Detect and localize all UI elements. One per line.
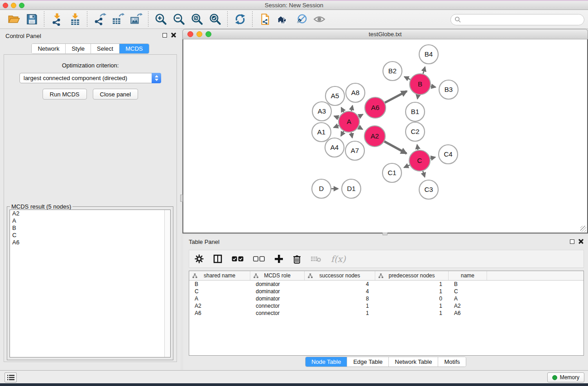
zoom-selected-button[interactable] (206, 11, 224, 28)
table-cell[interactable]: C (189, 288, 250, 295)
graph-edge[interactable] (341, 107, 344, 112)
graph-node[interactable]: B1 (406, 102, 425, 121)
result-item[interactable]: A2 (10, 210, 170, 217)
column-header[interactable]: predecessor nodes (375, 271, 449, 280)
table-cell[interactable]: A6 (189, 310, 250, 316)
column-header[interactable]: name (449, 271, 487, 280)
graph-node[interactable]: C4 (439, 145, 458, 164)
table-cell[interactable]: 1 (375, 303, 449, 309)
home-button[interactable] (274, 11, 292, 28)
import-table-button[interactable] (66, 11, 84, 28)
zoom-in-button[interactable] (152, 11, 170, 28)
graph-node[interactable]: B (410, 74, 430, 95)
search-input[interactable] (450, 14, 584, 25)
tab-node-table[interactable]: Node Table (306, 357, 347, 367)
table-row[interactable]: A2connector11A2 (189, 302, 583, 310)
graph-node[interactable]: C (409, 150, 430, 171)
graph-edge[interactable] (351, 133, 352, 138)
tab-motifs[interactable]: Motifs (438, 357, 466, 367)
refresh-button[interactable] (231, 11, 249, 28)
import-network-button[interactable] (48, 11, 66, 28)
delete-icon[interactable] (293, 254, 301, 264)
table-cell[interactable]: B (449, 281, 487, 287)
graph-edge[interactable] (334, 116, 339, 118)
hide-graphics-button[interactable] (292, 11, 310, 28)
table-row[interactable]: Adominator80A (189, 295, 583, 302)
graph-node[interactable]: A7 (345, 141, 364, 160)
result-item[interactable]: A6 (10, 239, 170, 246)
graph-edge[interactable] (384, 141, 406, 153)
graph-node[interactable]: B3 (439, 80, 458, 99)
graph-edge[interactable] (430, 157, 435, 158)
graph-node[interactable]: B2 (383, 62, 402, 81)
tab-mcds[interactable]: MCDS (119, 44, 148, 53)
tab-edge-table[interactable]: Edge Table (347, 357, 388, 367)
graph-node[interactable]: C3 (419, 180, 438, 199)
table-cell[interactable]: 1 (375, 310, 449, 316)
table-cell[interactable]: dominator (250, 295, 305, 302)
export-image-button[interactable] (127, 11, 145, 28)
table-cell[interactable]: dominator (250, 281, 305, 287)
table-cell[interactable]: A6 (449, 310, 487, 316)
graph-node[interactable]: A5 (325, 86, 344, 105)
graph-edge[interactable] (351, 105, 353, 111)
graph-node[interactable]: D1 (342, 179, 361, 198)
export-network-button[interactable] (91, 11, 109, 28)
graph-node[interactable]: A4 (325, 138, 344, 157)
result-item[interactable]: B (10, 224, 170, 232)
memory-button[interactable]: Memory (547, 372, 584, 382)
graph-edge[interactable] (417, 145, 418, 150)
open-session-button[interactable] (5, 11, 23, 28)
graph-edge[interactable] (417, 95, 418, 99)
table-row[interactable]: Cdominator41C (189, 288, 583, 295)
graph-node[interactable]: A2 (364, 126, 385, 147)
graph-edge[interactable] (423, 171, 425, 177)
tab-style[interactable]: Style (65, 44, 91, 53)
save-session-button[interactable] (23, 11, 41, 28)
column-header[interactable]: MCDS role (250, 271, 305, 280)
graph-node[interactable]: C1 (382, 163, 402, 182)
table-cell[interactable]: A (189, 295, 250, 302)
function-builder-icon[interactable]: f(x) (331, 254, 346, 264)
mcds-result-list[interactable]: A2ABCA6 (10, 210, 171, 357)
delete-table-icon[interactable] (311, 255, 321, 262)
table-cell[interactable]: 1 (375, 281, 449, 287)
graph-node[interactable]: A6 (365, 97, 386, 118)
graph-node[interactable]: A1 (312, 123, 331, 142)
graph-node[interactable]: A (339, 111, 359, 132)
graph-node[interactable]: A3 (312, 102, 331, 121)
close-panel-button[interactable]: Close panel (93, 89, 139, 100)
resize-grip-icon[interactable] (580, 226, 586, 232)
table-row[interactable]: Bdominator41B (189, 281, 583, 288)
graph-node[interactable]: D (312, 179, 331, 198)
graph-edge[interactable] (341, 131, 344, 136)
graph-edge[interactable] (404, 76, 410, 79)
close-panel-icon[interactable] (171, 33, 176, 38)
column-visibility-icon[interactable] (213, 254, 222, 263)
table-cell[interactable]: 8 (305, 295, 375, 302)
graph-edge[interactable] (359, 114, 363, 117)
column-header[interactable]: successor nodes (305, 271, 375, 280)
table-cell[interactable]: 4 (305, 288, 375, 295)
close-panel-icon[interactable] (578, 239, 583, 244)
network-window-titlebar[interactable]: testGlobe.txt (182, 29, 588, 39)
run-mcds-button[interactable]: Run MCDS (43, 89, 87, 100)
graph-node[interactable]: A8 (346, 83, 365, 102)
result-item[interactable]: A (10, 217, 170, 224)
table-cell[interactable]: connector (250, 303, 305, 309)
table-cell[interactable]: A (449, 295, 487, 302)
graph-node[interactable]: B4 (419, 45, 438, 64)
task-history-button[interactable] (5, 372, 17, 382)
eye-button[interactable] (310, 11, 328, 28)
table-cell[interactable]: 1 (305, 310, 375, 316)
column-header[interactable]: shared name (189, 271, 250, 280)
tab-select[interactable]: Select (91, 44, 119, 53)
tab-network-table[interactable]: Network Table (388, 357, 438, 367)
optimization-criterion-select[interactable]: largest connected component (directed) (19, 73, 161, 83)
tab-network[interactable]: Network (32, 44, 65, 53)
node-table[interactable]: shared nameMCDS rolesuccessor nodesprede… (189, 271, 584, 356)
table-cell[interactable]: connector (250, 310, 305, 316)
table-cell[interactable]: 1 (305, 303, 375, 309)
graph-edge[interactable] (385, 91, 407, 102)
vertical-splitter-handle[interactable] (180, 195, 183, 202)
